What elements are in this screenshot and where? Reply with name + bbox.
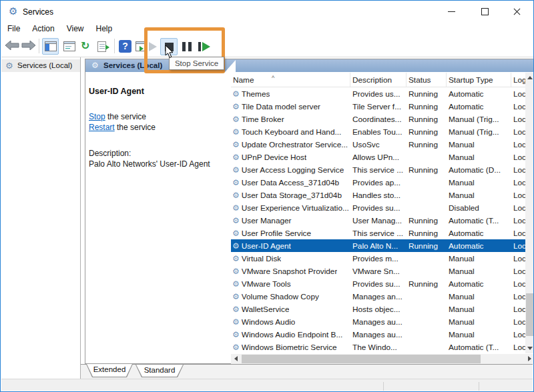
close-button[interactable] — [502, 1, 532, 22]
table-row[interactable]: ⚙ThemesProvides us...RunningAutomaticLoc — [231, 87, 525, 100]
stop-service-line: Stop the service — [89, 112, 146, 121]
restart-service-link[interactable]: Restart — [89, 123, 115, 132]
minimize-button[interactable] — [437, 1, 467, 22]
table-row[interactable]: ⚙Virtual DiskProvides m...ManualLoc — [231, 252, 525, 265]
service-name: User Manager — [242, 216, 292, 225]
service-gear-icon: ⚙ — [232, 166, 240, 174]
menu-item-file[interactable]: File — [1, 22, 26, 35]
menu-item-help[interactable]: Help — [90, 22, 119, 35]
horizontal-scrollbar-thumb[interactable] — [242, 355, 481, 363]
services-gear-icon: ⚙ — [5, 61, 13, 71]
cell-name: ⚙Virtual Disk — [231, 254, 350, 263]
start-service-icon[interactable] — [149, 42, 157, 51]
service-gear-icon: ⚙ — [232, 318, 240, 326]
table-row[interactable]: ⚙User Profile ServiceThis service ...Run… — [231, 227, 525, 239]
table-row[interactable]: ⚙VMware Snapshot ProviderVMware Sn...Man… — [231, 265, 525, 277]
services-window: ⚙ Services FileActionViewHelp ↻ ? ⚙ Serv… — [0, 0, 534, 392]
properties-icon[interactable] — [63, 41, 75, 51]
table-row[interactable]: ⚙User Data Storage_371d04bHandles sto...… — [231, 189, 525, 201]
service-details-panel: User-ID Agent Stop the service Restart t… — [85, 72, 230, 363]
menu-item-action[interactable]: Action — [26, 22, 60, 35]
table-row[interactable]: ⚙Windows AudioManages au...ManualLoc — [231, 315, 525, 328]
description-text: Palo Alto Networks' User-ID Agent — [89, 159, 226, 169]
sort-ascending-icon: ^ — [272, 75, 534, 81]
table-row[interactable]: ⚙Time BrokerCoordinates...RunningManual … — [231, 113, 525, 125]
table-row[interactable]: ⚙Windows Biometric ServiceThe Windo...Au… — [231, 341, 525, 353]
cell-description: Tile Server f... — [350, 102, 407, 111]
service-name: User Profile Service — [242, 229, 311, 238]
tree-item-services-local[interactable]: ⚙ Services (Local) — [1, 59, 80, 72]
service-gear-icon: ⚙ — [232, 305, 240, 313]
help-icon[interactable]: ? — [119, 40, 131, 53]
services-app-icon: ⚙ — [9, 6, 17, 17]
maximize-button[interactable] — [470, 1, 500, 22]
cell-name: ⚙Windows Audio — [231, 317, 350, 327]
table-row[interactable]: ⚙Update Orchestrator Service...UsoSvcRun… — [231, 138, 525, 151]
scroll-up-icon — [527, 76, 533, 79]
cell-name: ⚙WalletService — [231, 305, 350, 314]
table-row[interactable]: ⚙Volume Shadow CopyManages an...ManualLo… — [231, 290, 525, 303]
cell-log-on-as: Loc — [511, 102, 525, 111]
service-name: Volume Shadow Copy — [242, 292, 319, 301]
forward-icon[interactable] — [21, 41, 35, 50]
panel-splitter[interactable] — [80, 57, 81, 391]
scroll-up-button[interactable] — [525, 73, 534, 83]
service-name: User Data Access_371d04b — [242, 178, 339, 187]
export-list-icon[interactable] — [97, 41, 106, 52]
scroll-down-button[interactable] — [525, 343, 534, 353]
toolbar-separator — [114, 39, 115, 53]
scroll-left-button[interactable] — [231, 354, 242, 364]
cell-log-on-as: Loc — [511, 216, 525, 225]
tab-extended[interactable]: Extended — [86, 364, 133, 377]
cell-startup-type: Manual — [447, 292, 511, 301]
vertical-scrollbar[interactable] — [525, 73, 534, 353]
cell-description: VMware Sn... — [350, 267, 407, 276]
table-row[interactable]: ⚙User Access Logging ServiceThis service… — [231, 163, 525, 176]
cell-description: Provides us... — [350, 89, 407, 99]
pause-service-icon[interactable] — [182, 42, 192, 51]
scroll-left-icon — [234, 356, 238, 361]
cell-name: ⚙Volume Shadow Copy — [231, 292, 350, 301]
minimize-icon — [448, 11, 455, 12]
cell-status: Running — [407, 89, 447, 99]
table-row[interactable]: ⚙VMware ToolsProvides su...RunningAutoma… — [231, 277, 525, 290]
service-gear-icon: ⚙ — [232, 255, 240, 263]
service-gear-icon: ⚙ — [232, 331, 240, 339]
show-hide-console-tree-button[interactable] — [42, 38, 59, 55]
restart-service-line: Restart the service — [89, 123, 156, 132]
cell-description: Provides ap... — [350, 178, 407, 187]
scroll-right-button[interactable] — [524, 354, 534, 364]
table-row[interactable]: ⚙User-ID AgentPalo Alto N...RunningAutom… — [231, 239, 525, 252]
service-gear-icon: ⚙ — [232, 280, 240, 288]
cell-startup-type: Automatic (T... — [447, 216, 511, 225]
cell-description: This service ... — [350, 229, 407, 238]
table-row[interactable]: ⚙UPnP Device HostAllows UPn...ManualLoc — [231, 151, 525, 163]
table-row[interactable]: ⚙Windows Audio Endpoint B...Manages au..… — [231, 328, 525, 341]
service-gear-icon: ⚙ — [232, 141, 240, 149]
menu-bar: FileActionViewHelp — [1, 22, 533, 35]
horizontal-scrollbar[interactable] — [231, 354, 534, 364]
service-name: User-ID Agent — [242, 241, 291, 251]
service-gear-icon: ⚙ — [232, 343, 240, 351]
back-icon[interactable] — [5, 41, 19, 50]
menu-item-view[interactable]: View — [61, 22, 90, 35]
table-row[interactable]: ⚙User Data Access_371d04bProvides ap...M… — [231, 176, 525, 189]
cell-description: This service ... — [350, 165, 407, 175]
table-row[interactable]: ⚙User Experience Virtualizatio...Provide… — [231, 201, 525, 214]
table-row[interactable]: ⚙User ManagerUser Manag...RunningAutomat… — [231, 214, 525, 227]
cell-description: Provides su... — [350, 279, 407, 289]
refresh-icon[interactable]: ↻ — [81, 40, 89, 52]
extended-view-icon[interactable] — [136, 41, 148, 51]
vertical-scrollbar-thumb[interactable] — [526, 293, 534, 336]
stop-service-tooltip: Stop Service — [169, 57, 224, 70]
table-row[interactable]: ⚙WalletServiceHosts objec...ManualLoc — [231, 303, 525, 315]
cell-log-on-as: Loc — [511, 292, 525, 301]
service-name: WalletService — [242, 305, 290, 314]
services-rows: ⚙ThemesProvides us...RunningAutomaticLoc… — [231, 87, 525, 353]
restart-service-icon[interactable] — [198, 42, 212, 51]
table-row[interactable]: ⚙Tile Data model serverTile Server f...R… — [231, 100, 525, 113]
table-row[interactable]: ⚙Touch Keyboard and Hand...Enables Tou..… — [231, 125, 525, 138]
tab-standard[interactable]: Standard — [136, 365, 184, 377]
stop-service-link[interactable]: Stop — [89, 112, 105, 121]
cell-status: Running — [407, 241, 447, 251]
